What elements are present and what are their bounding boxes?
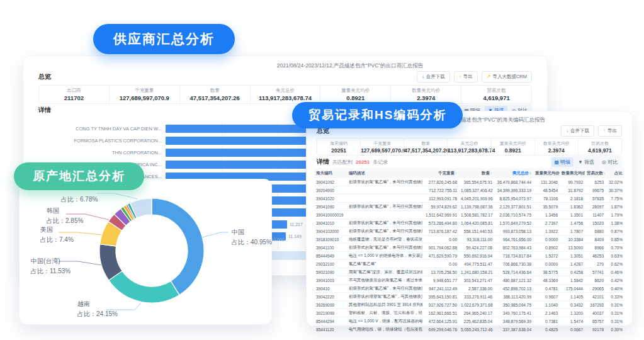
donut-chart: 中国占比：40.95%越南占比：24.15%中国(台湾)占比：11.53%美国占… bbox=[20, 179, 271, 324]
table-cell: 6253 bbox=[585, 180, 606, 184]
table-cell: 0.62% bbox=[606, 262, 624, 266]
table-row[interactable]: 59021090用聚“氯乙烯”浸渍、涂层、覆盖或层压的纺织织物（不包括用聚“氯乙… bbox=[314, 268, 624, 276]
table-cell: 39204900 bbox=[314, 188, 347, 193]
table-cell: 699,299,046.76 bbox=[422, 327, 459, 332]
table-cell: 39269099 bbox=[314, 303, 347, 307]
donut-slice-中国[interactable] bbox=[152, 198, 204, 295]
table-cell: 85444949 bbox=[314, 254, 347, 258]
table-cell: 0.00 bbox=[422, 262, 459, 266]
table-cell: 5,055,243,712.46 bbox=[459, 327, 494, 332]
table-cell: 1.1405 bbox=[560, 295, 585, 299]
sort-icon[interactable]: ↕ bbox=[455, 171, 457, 175]
stat-value: 4,619,971 bbox=[579, 147, 621, 155]
table-row[interactable]: 85444294电压 <= 1,000 V，绝缘，配有连接器的电导体，其他：电压… bbox=[314, 317, 624, 326]
overview-stats: 出口商 211702 千克重量 127,689,597,070.9 数量 47,… bbox=[38, 85, 532, 104]
table-row[interactable]: 39042220初级形状的增塑聚“氯乙烯”，与其他物质混合：颗粒395,643,… bbox=[314, 293, 624, 301]
sort-icon[interactable]: ↕ bbox=[529, 171, 531, 175]
table-row[interactable]: 3904100000191,511,642,969.911,508,581,78… bbox=[314, 211, 624, 219]
table-cell: 34,399,396,333.19 bbox=[494, 188, 533, 193]
table-cell: 1,064,420,085.81 bbox=[459, 221, 494, 225]
table-cell: 395,643,150.81 bbox=[422, 295, 459, 299]
table-cell: 地板覆盖物，无论是否有衬背，卷状或块状形式，以及墙壁或天花板覆盖... bbox=[347, 237, 422, 242]
sort-icon[interactable]: ↕ bbox=[490, 171, 492, 175]
donut-label: 韩国占比：2.85% bbox=[47, 206, 83, 226]
table-cell: 1.38% bbox=[606, 221, 624, 225]
table-cell: 1.5474 bbox=[560, 319, 585, 324]
table-row[interactable]: 3918109010地板覆盖物，无论是否有衬背，卷状或块状形式，以及墙壁或天花板… bbox=[314, 235, 624, 244]
table-cell: 279 bbox=[585, 262, 606, 266]
view-tab-label: 明细 bbox=[560, 159, 570, 166]
table-row[interactable]: 39041003不与其他物质混合的聚氯乙烯：通过本体或悬浮聚合工艺获得的聚氯乙.… bbox=[314, 276, 624, 285]
view-tab-label: 筛选 bbox=[584, 159, 594, 166]
column-header[interactable]: 编码描述 bbox=[347, 171, 422, 176]
donut-label: 美国占比：7.4% bbox=[40, 225, 74, 245]
table-row[interactable]: 39041090初级形状的聚“氯乙烯”，不与任何其他物质混合；其他等（氯乙烯）.… bbox=[314, 203, 624, 211]
table-cell: 386,113,420.99 bbox=[494, 295, 533, 299]
column-header[interactable]: 数量美元均价 bbox=[560, 171, 585, 176]
table-cell: 337,387,638.04 bbox=[494, 327, 533, 332]
table-cell: 0.30% bbox=[606, 327, 624, 332]
column-header[interactable]: 重量美元均价 bbox=[533, 171, 560, 176]
column-header[interactable]: 占比 bbox=[606, 171, 624, 176]
column-header[interactable]: 海关编码 bbox=[314, 171, 347, 176]
table-cell: 4,045,201,909.96 bbox=[459, 196, 494, 201]
bar-value: 11,149 bbox=[288, 234, 302, 239]
toolbar-button[interactable]: ↑ 导出 bbox=[454, 71, 478, 82]
table-cell: 713,876,187.42 bbox=[422, 229, 459, 234]
table-row[interactable]: 3904102000初级形状的聚“氯乙烯”，未与任何其他物质混合：悬浮级 PVC… bbox=[314, 227, 624, 235]
view-tab[interactable]: ◎ 对比 bbox=[599, 157, 621, 167]
donut-slice-越南[interactable] bbox=[109, 271, 179, 303]
table-cell: 1,241,680,158.21 bbox=[459, 270, 494, 275]
table-cell: 初级形状的聚“氯乙烯”，未与任何其他物质混合：悬浮级 PVC 树脂 bbox=[347, 229, 422, 234]
table-cell: 初级形状的聚“氯乙烯”，未与任何其他物质混合；其他：粉末 bbox=[347, 179, 422, 185]
table-row[interactable]: 85444949电压 <= 1,000 V 的绝缘电导体，未安装连接器，其他电器… bbox=[314, 252, 624, 260]
stat-value: 113,917,283,678.74 bbox=[448, 147, 490, 155]
table-cell: 36,479,868,744.44 bbox=[494, 180, 533, 184]
table-cell: 964,761,656.00 bbox=[494, 237, 533, 242]
column-header[interactable]: 数量↕ bbox=[459, 171, 494, 176]
toolbar-button[interactable]: ↓ 合并下载 bbox=[561, 125, 594, 137]
toolbar-button[interactable]: ↗ 导入大数据CRM bbox=[482, 71, 532, 82]
table-row[interactable]: 39269099其他塑料制品和品目 3901 至 3914 所列材料其他材料制品… bbox=[314, 301, 624, 309]
table-cell: 1.8362 bbox=[560, 205, 585, 209]
column-header[interactable]: 千克重量↕ bbox=[422, 171, 459, 176]
table-cell: 1.3051 bbox=[560, 254, 585, 258]
column-header[interactable]: 贸易次数↕ bbox=[585, 171, 606, 176]
stat-label: 数量 bbox=[180, 88, 250, 94]
hs-table: 海关编码编码描述千克重量↕数量↕美元总价↕重量美元均价数量美元均价贸易次数↕占比… bbox=[314, 168, 624, 322]
table-cell: 13.5090 bbox=[560, 246, 585, 250]
column-header[interactable]: 美元总价↕ bbox=[494, 171, 533, 176]
button-label: 导入大数据CRM bbox=[492, 74, 527, 80]
donut-label: 中国占比：40.95% bbox=[232, 227, 272, 247]
table-row[interactable]: 390410初级形式的聚“氯乙烯”，未与任何其他物质混合 + 未提供丰富信息 +… bbox=[314, 285, 624, 293]
view-tab[interactable]: ▼ 筛选 bbox=[575, 157, 597, 167]
donut-label-name: 韩国 bbox=[47, 206, 83, 216]
table-cell: 317,926,727.50 bbox=[422, 303, 459, 307]
stat-label: 贸易次数 bbox=[579, 140, 621, 147]
table-cell: 1.3922 bbox=[533, 229, 560, 234]
table-row[interactable]: 39219099塑料板材、片材、薄膜、箔片和条带，经过蜂窝化、层压、支撑或与其他… bbox=[314, 309, 624, 317]
table-cell: 39041100 bbox=[314, 246, 347, 250]
table-cell: 39219099 bbox=[314, 311, 347, 315]
table-cell: 92178 bbox=[585, 327, 606, 332]
table-cell: 1.1040 bbox=[533, 303, 560, 307]
table-cell: 电压 <= 1,000 V，绝缘，配有连接器的电导体，其他：电压不超过 1... bbox=[347, 319, 422, 324]
table-row[interactable]: 39041010初级形状的聚“氯乙烯”，未与任何其他物质混合：乳液级 PVC 树… bbox=[314, 219, 624, 227]
view-tab[interactable]: ▦ 明细 bbox=[551, 157, 574, 167]
table-cell: 947,241,112.49 bbox=[422, 286, 459, 291]
table-row[interactable]: 29032100氯乙烯“氯乙烯”0.00494,775,511.47706,86… bbox=[314, 260, 624, 268]
table-cell: 1.4287 bbox=[560, 262, 585, 266]
donut-label-percent: 占比：6.78% bbox=[61, 195, 98, 205]
table-cell: 15020 bbox=[585, 221, 606, 225]
table-row[interactable]: 85441120电气用绕组线，铜，绝缘绕组（包括漆包或搪瓷绝缘化）电缆、电线（包… bbox=[314, 326, 624, 334]
table-cell: 390410 bbox=[314, 286, 347, 291]
stat-label: 数量美元均价 bbox=[391, 88, 461, 94]
table-row[interactable]: 39041100初级形式的聚“氯乙烯”，未与任何其他物质混合 + 未提供其他信息… bbox=[314, 244, 624, 252]
table-row[interactable]: 39204900712,722,755.111,085,327,406.4234… bbox=[314, 186, 624, 195]
table-row[interactable]: 39041020112,993,091.784,045,201,909.968,… bbox=[314, 195, 624, 203]
table-cell: 电压 <= 1,000 V 的绝缘电导体，未安装连接器，其他电器（包括漆包... bbox=[347, 253, 422, 259]
toolbar-button[interactable]: ↑ 导出 bbox=[598, 125, 622, 137]
toolbar-button[interactable]: ↓ 合并下载 bbox=[417, 71, 450, 82]
table-cell: 494,775,511.47 bbox=[459, 262, 494, 266]
table-row[interactable]: 39041092初级形状的聚“氯乙烯”，未与任何其他物质混合；其他：粉末277,… bbox=[314, 178, 624, 186]
